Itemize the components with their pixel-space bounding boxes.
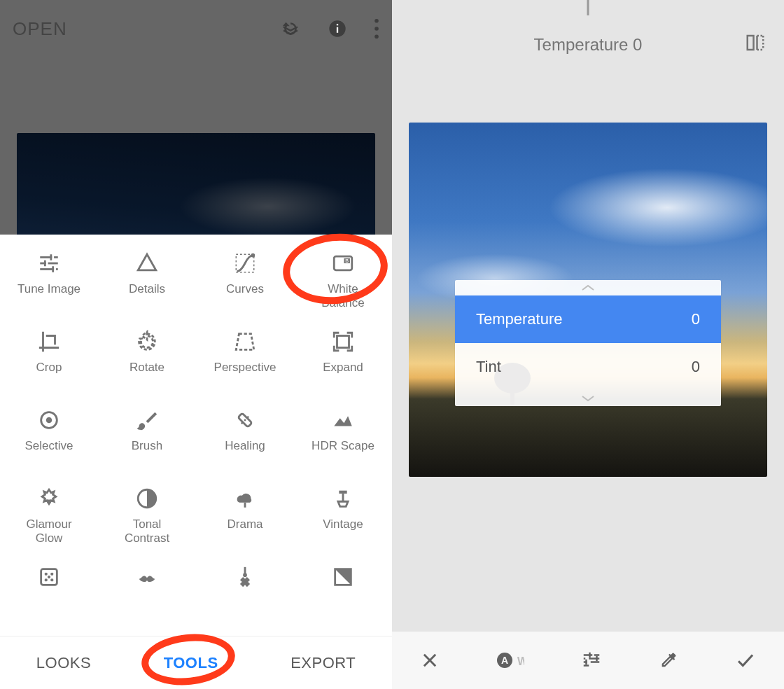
guitar-icon (233, 565, 257, 589)
curves-icon (233, 251, 257, 275)
tools-panel: Tune ImageDetailsCurvesBWhiteBalanceCrop… (0, 235, 392, 636)
tool-tonal[interactable]: TonalContrast (98, 480, 196, 558)
eyedropper-icon[interactable] (649, 641, 688, 680)
parameter-readout: Temperature 0 (534, 35, 643, 55)
svg-rect-8 (40, 268, 54, 270)
brush-icon (135, 408, 159, 432)
check-icon[interactable] (725, 640, 766, 681)
svg-text:W: W (517, 655, 524, 667)
healing-icon (233, 408, 257, 432)
tool-selective[interactable]: Selective (0, 401, 98, 480)
rotate-icon (135, 330, 159, 354)
tune-icon[interactable] (571, 640, 612, 681)
close-icon[interactable] (410, 641, 449, 680)
tool-perspective[interactable]: Perspective (196, 323, 294, 401)
tool-rotate[interactable]: Rotate (98, 323, 196, 401)
svg-point-16 (251, 253, 255, 258)
selective-icon (37, 408, 61, 432)
param-label: Tint (476, 358, 501, 376)
tool-glamour[interactable]: GlamourGlow (0, 480, 98, 558)
undo-stack-icon[interactable] (280, 18, 301, 39)
tool-curves[interactable]: Curves (196, 244, 294, 323)
tool-bw[interactable] (294, 558, 392, 608)
tool-label: Healing (225, 439, 265, 453)
param-label: Temperature (476, 310, 563, 328)
tool-label: Selective (25, 439, 74, 453)
tool-details[interactable]: Details (98, 244, 196, 323)
tool-brush[interactable]: Brush (98, 401, 196, 480)
param-value: 0 (692, 310, 700, 328)
tool-label: WhiteBalance (321, 282, 364, 309)
svg-rect-12 (54, 256, 58, 258)
svg-rect-40 (748, 36, 754, 50)
mustache-icon (135, 565, 159, 589)
bw-icon (331, 565, 355, 589)
top-bar: OPEN (0, 0, 392, 57)
tool-label: Brush (132, 439, 162, 453)
tool-healing[interactable]: Healing (196, 401, 294, 480)
drama-icon (233, 487, 257, 510)
tool-label: HDR Scape (312, 439, 374, 453)
tune-icon (37, 251, 61, 275)
crop-icon (37, 330, 61, 354)
hdr-icon (331, 408, 355, 432)
svg-rect-2 (337, 24, 338, 25)
glamour-icon (37, 487, 61, 510)
param-row-tint[interactable]: Tint0 (455, 343, 721, 391)
svg-point-32 (45, 573, 48, 576)
svg-point-3 (374, 19, 379, 23)
bottom-action-bar: A W (392, 632, 784, 689)
svg-rect-14 (56, 268, 58, 270)
readout-bar: Temperature 0 (392, 0, 784, 84)
svg-point-22 (46, 417, 52, 424)
details-icon (135, 251, 159, 275)
tool-grunge[interactable] (0, 558, 98, 608)
tool-crop[interactable]: Crop (0, 323, 98, 401)
svg-point-38 (243, 573, 247, 577)
auto-white-balance-icon[interactable]: A W (486, 641, 534, 680)
svg-rect-10 (44, 260, 46, 267)
tool-expand[interactable]: Expand (294, 323, 392, 401)
tool-label: GlamourGlow (26, 517, 71, 545)
vintage-icon (331, 487, 355, 510)
svg-rect-53 (585, 660, 587, 665)
svg-point-4 (374, 27, 379, 31)
tool-drama[interactable]: Drama (196, 480, 294, 558)
svg-rect-20 (337, 336, 349, 348)
svg-rect-13 (48, 263, 58, 265)
tool-guitar[interactable] (196, 558, 294, 608)
svg-text:B: B (345, 258, 349, 264)
svg-point-34 (45, 578, 48, 581)
tool-vintage[interactable]: Vintage (294, 480, 392, 558)
tonal-icon (135, 487, 159, 510)
bottom-nav: LOOKS TOOLS EXPORT (0, 636, 392, 689)
info-icon[interactable] (328, 19, 347, 39)
chevron-up-icon (455, 280, 721, 295)
right-screen: Temperature 0 Temperature0Tint0 (392, 0, 784, 689)
nav-looks[interactable]: LOOKS (24, 647, 104, 679)
parameter-overlay[interactable]: Temperature0Tint0 (455, 280, 721, 406)
tool-mustache[interactable] (98, 558, 196, 608)
open-button[interactable]: OPEN (13, 18, 67, 40)
nav-tools[interactable]: TOOLS (151, 647, 231, 679)
svg-point-26 (247, 416, 249, 418)
svg-rect-11 (52, 266, 54, 272)
svg-point-33 (50, 573, 53, 576)
svg-rect-30 (342, 494, 344, 501)
svg-point-36 (48, 576, 50, 578)
more-icon[interactable] (374, 19, 379, 39)
readout-label: Temperature (534, 35, 629, 54)
svg-rect-54 (596, 656, 598, 662)
tool-label: Expand (323, 361, 363, 375)
tool-hdr[interactable]: HDR Scape (294, 401, 392, 480)
compare-icon[interactable] (745, 32, 766, 53)
tool-label: Vintage (323, 517, 363, 531)
tool-label: Tune Image (18, 282, 80, 296)
tool-label: Crop (36, 361, 62, 375)
perspective-icon (233, 330, 257, 354)
chevron-down-icon (455, 391, 721, 406)
nav-export[interactable]: EXPORT (278, 647, 368, 679)
tool-tune[interactable]: Tune Image (0, 244, 98, 323)
tool-white-balance[interactable]: BWhiteBalance (294, 244, 392, 323)
param-row-temperature[interactable]: Temperature0 (455, 295, 721, 343)
